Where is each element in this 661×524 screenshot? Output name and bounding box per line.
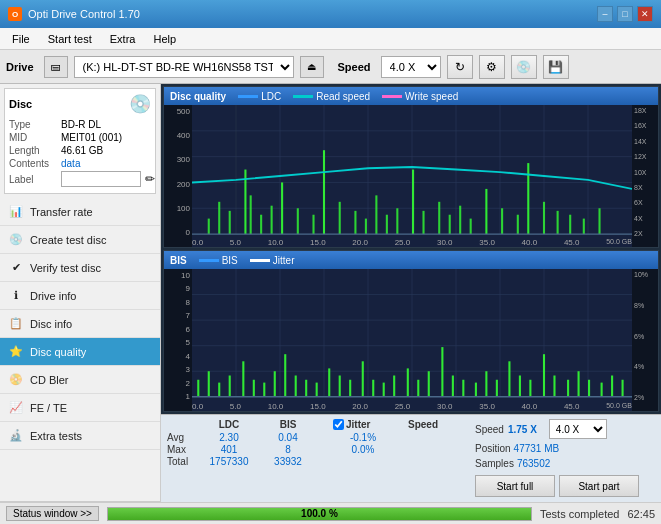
titlebar-buttons: – □ ✕	[597, 6, 653, 22]
avg-ldc: 2.30	[195, 432, 263, 443]
extra-tests-icon: 🔬	[8, 428, 24, 444]
svg-rect-35	[459, 206, 461, 234]
sidebar-item-disc-info[interactable]: 📋 Disc info	[0, 310, 160, 338]
action-buttons: Start full Start part	[475, 475, 639, 497]
svg-rect-85	[462, 380, 464, 397]
sidebar-item-verify-test-disc[interactable]: ✔ Verify test disc	[0, 254, 160, 282]
svg-rect-16	[229, 211, 231, 234]
status-window-button[interactable]: Status window >>	[6, 506, 99, 521]
svg-rect-73	[328, 368, 330, 396]
svg-rect-19	[260, 215, 262, 234]
svg-rect-27	[365, 219, 367, 234]
chart1-yr-6x: 6X	[634, 199, 658, 206]
stats-header-ldc: LDC	[195, 419, 263, 430]
chart1-yr-12x: 12X	[634, 153, 658, 160]
drive-info-icon: ℹ	[8, 288, 24, 304]
chart2-svg	[192, 269, 632, 411]
start-full-button[interactable]: Start full	[475, 475, 555, 497]
menubar: File Start test Extra Help	[0, 28, 661, 50]
speed-select[interactable]: 4.0 X	[381, 56, 441, 78]
titlebar: O Opti Drive Control 1.70 – □ ✕	[0, 0, 661, 28]
eject-button[interactable]: ⏏	[300, 56, 324, 78]
svg-rect-61	[197, 380, 199, 397]
chart2-plot: 0.05.010.015.020.025.030.035.040.045.050…	[192, 269, 632, 411]
menu-extra[interactable]: Extra	[102, 31, 144, 47]
chart1-y-500: 500	[177, 107, 190, 116]
sidebar-item-extra-tests[interactable]: 🔬 Extra tests	[0, 422, 160, 450]
svg-rect-23	[312, 215, 314, 234]
svg-rect-20	[271, 206, 273, 234]
speed-dropdown[interactable]: 4.0 X	[549, 419, 607, 439]
svg-rect-94	[567, 380, 569, 397]
app-icon: O	[8, 7, 22, 21]
menu-file[interactable]: File	[4, 31, 38, 47]
chart1-legend-ldc: LDC	[238, 91, 281, 102]
svg-rect-21	[281, 182, 283, 234]
chart2-y-4: 4	[186, 352, 190, 361]
label-edit-icon[interactable]: ✏	[145, 172, 155, 186]
sidebar-item-verify-label: Verify test disc	[30, 262, 101, 274]
sidebar-item-fe-te-label: FE / TE	[30, 402, 67, 414]
svg-rect-83	[441, 347, 443, 397]
sidebar-item-create-test-disc[interactable]: 💿 Create test disc	[0, 226, 160, 254]
svg-rect-18	[250, 195, 252, 234]
disc-button[interactable]: 💿	[511, 55, 537, 79]
disc-length-label: Length	[9, 145, 57, 156]
svg-rect-78	[383, 383, 385, 397]
chart2-yr-2pct: 2%	[634, 394, 658, 401]
svg-rect-72	[316, 383, 318, 397]
jitter-checkbox[interactable]	[333, 419, 344, 430]
sidebar-item-create-label: Create test disc	[30, 234, 106, 246]
samples-info: Samples 763502	[475, 458, 550, 469]
disc-contents-value: data	[61, 158, 80, 169]
chart2-title: BIS	[170, 255, 187, 266]
start-part-button[interactable]: Start part	[559, 475, 639, 497]
svg-rect-42	[557, 211, 559, 234]
chart2-legend-bis: BIS	[199, 255, 238, 266]
disc-label-input[interactable]	[61, 171, 141, 187]
max-label: Max	[167, 444, 195, 455]
sidebar-item-disc-quality[interactable]: ⭐ Disc quality	[0, 338, 160, 366]
drive-select[interactable]: (K:) HL-DT-ST BD-RE WH16NS58 TST4	[74, 56, 294, 78]
svg-rect-91	[529, 380, 531, 397]
chart2-y-8: 8	[186, 298, 190, 307]
write-speed-legend-label: Write speed	[405, 91, 458, 102]
refresh-button[interactable]: ↻	[447, 55, 473, 79]
disc-mid-label: MID	[9, 132, 57, 143]
disc-icon: 💿	[129, 93, 151, 115]
maximize-button[interactable]: □	[617, 6, 633, 22]
sidebar-item-fe-te[interactable]: 📈 FE / TE	[0, 394, 160, 422]
chart1-plot: 0.05.010.015.020.025.030.035.040.045.050…	[192, 105, 632, 247]
chart2-y-6: 6	[186, 325, 190, 334]
samples-row: Samples 763502	[475, 458, 550, 469]
disc-panel: Disc 💿 Type BD-R DL MID MEIT01 (001) Len…	[4, 88, 156, 194]
chart1-y-100: 100	[177, 204, 190, 213]
main-area: Disc 💿 Type BD-R DL MID MEIT01 (001) Len…	[0, 84, 661, 502]
sidebar-item-cd-bler[interactable]: 📀 CD Bler	[0, 366, 160, 394]
chart1-yaxis-right: 18X 16X 14X 12X 10X 8X 6X 4X 2X	[632, 105, 658, 247]
svg-rect-25	[339, 202, 341, 234]
sidebar-item-drive-info[interactable]: ℹ Drive info	[0, 282, 160, 310]
svg-rect-44	[583, 219, 585, 234]
menu-start-test[interactable]: Start test	[40, 31, 100, 47]
svg-rect-90	[519, 376, 521, 397]
svg-rect-15	[218, 202, 220, 234]
minimize-button[interactable]: –	[597, 6, 613, 22]
close-button[interactable]: ✕	[637, 6, 653, 22]
settings-button[interactable]: ⚙	[479, 55, 505, 79]
sidebar-item-transfer-rate[interactable]: 📊 Transfer rate	[0, 198, 160, 226]
svg-rect-86	[475, 383, 477, 397]
chart1-titlebar: Disc quality LDC Read speed Write speed	[164, 87, 658, 105]
chart2-y-9: 9	[186, 284, 190, 293]
sidebar-item-transfer-rate-label: Transfer rate	[30, 206, 93, 218]
position-info: Position 47731 MB	[475, 443, 559, 454]
chart2-y-5: 5	[186, 338, 190, 347]
avg-label: Avg	[167, 432, 195, 443]
save-button[interactable]: 💾	[543, 55, 569, 79]
svg-rect-31	[412, 170, 414, 235]
disc-info-icon: 📋	[8, 316, 24, 332]
svg-rect-62	[208, 371, 210, 397]
ldc-legend-label: LDC	[261, 91, 281, 102]
chart2-yr-10pct: 10%	[634, 271, 658, 278]
menu-help[interactable]: Help	[145, 31, 184, 47]
